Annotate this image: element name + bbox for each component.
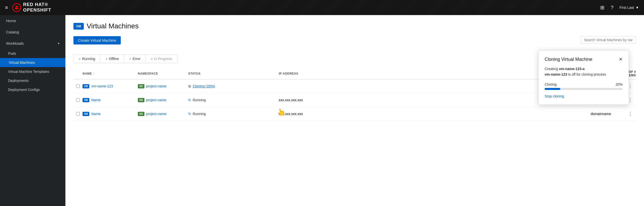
main-content: VM Virtual Machines Create Virtual Machi… (65, 15, 644, 206)
page-title: Virtual Machines (87, 22, 139, 30)
row2-status-icon: ↻ (188, 98, 191, 102)
error-label: Error (133, 57, 140, 61)
progress-bar-fill (545, 88, 560, 90)
offline-label: Offline (109, 57, 119, 61)
hamburger-menu-icon[interactable]: ≡ (5, 5, 8, 11)
inprogress-label: In Progress (154, 57, 172, 61)
offline-hash: # (105, 57, 107, 61)
workloads-chevron-icon: ▾ (58, 42, 59, 45)
tab-error[interactable]: # Error (124, 55, 146, 63)
help-icon[interactable]: ? (611, 5, 613, 11)
row1-status-icon: ⊙ (188, 84, 191, 88)
row3-status-cell: ↻ Running (188, 112, 233, 116)
row3-ns-name[interactable]: project-name (146, 112, 167, 116)
row1-vm-badge: VM (83, 84, 89, 88)
modal-body-prefix: Creating (545, 67, 559, 71)
logo-text: RED HAT® OPENSHIFT (23, 2, 51, 13)
tab-running[interactable]: # Running (74, 55, 100, 63)
user-chevron-icon: ▼ (635, 6, 639, 10)
sidebar: Home Catalog Workloads ▾ Pods Virtual Ma… (0, 15, 65, 206)
search-input[interactable] (581, 36, 636, 44)
modal-body-middle: is off for cloning process (567, 72, 606, 76)
col-namespace: NAMESPACE (138, 72, 188, 75)
col-name[interactable]: NAME ↕ (83, 72, 138, 75)
sidebar-pods-label: Pods (8, 52, 16, 56)
row1-ns-badge: NS (138, 84, 144, 88)
row2-checkbox-cell (73, 98, 83, 102)
row2-ns-name[interactable]: project-name (146, 98, 167, 102)
tab-offline[interactable]: # Offline (100, 55, 124, 63)
row3-status-label: Running (193, 112, 206, 116)
table-row: VM Name NS project-name ↻ Running xxx.xx… (73, 107, 636, 121)
sidebar-item-vm-templates[interactable]: Virtual Machine Templates (0, 67, 65, 76)
row2-name-cell: VM Name (83, 98, 138, 102)
tab-in-progress[interactable]: # In Progress (146, 55, 177, 63)
app-header: ≡ RED HAT® OPENSHIFT ⊞ ? First Last ▼ (0, 0, 644, 15)
row3-checkbox[interactable] (76, 112, 80, 116)
row2-ns-cell: NS project-name (138, 98, 188, 102)
sidebar-item-catalog[interactable]: Catalog (0, 26, 65, 38)
row1-checkbox[interactable] (76, 84, 80, 88)
row2-vm-link[interactable]: Name (91, 98, 101, 102)
user-name: First Last (620, 6, 634, 10)
row2-status-label: Running (193, 98, 206, 102)
sidebar-item-deployment-configs[interactable]: Deployment Configs (0, 85, 65, 94)
sidebar-item-virtual-machines[interactable]: Virtual Machines (0, 58, 65, 67)
name-sort-icon: ↕ (93, 72, 95, 75)
logo: RED HAT® OPENSHIFT (12, 2, 51, 13)
sidebar-catalog-label: Catalog (6, 30, 19, 34)
row1-name-cell: VM vm-name-123 (83, 84, 138, 88)
modal-source-vm-name: vm-name-123 (545, 72, 567, 76)
row3-vm-badge: VM (83, 112, 89, 116)
modal-close-button[interactable]: ✕ (619, 57, 623, 62)
sidebar-item-workloads[interactable]: Workloads ▾ (0, 38, 65, 49)
progress-bar-bg (545, 88, 623, 90)
modal-title: Cloning Virtual Machine (545, 57, 592, 62)
sidebar-vms-label: Virtual Machines (9, 61, 35, 65)
apps-grid-icon[interactable]: ⊞ (600, 5, 605, 11)
row3-kebab-button[interactable]: ⋮ (626, 110, 634, 118)
sidebar-home-label: Home (6, 19, 16, 23)
row3-name-cell: VM Name (83, 112, 138, 116)
modal-header: Cloning Virtual Machine ✕ (545, 57, 623, 62)
row2-vm-badge: VM (83, 98, 89, 102)
row1-vm-link[interactable]: vm-name-123 (91, 84, 113, 88)
row3-status-icon: ↻ (188, 112, 191, 116)
progress-percent: 20% (616, 82, 623, 86)
error-hash: # (129, 57, 131, 61)
redhat-logo-icon (12, 3, 21, 12)
row2-status-cell: ↻ Running (188, 98, 233, 102)
sidebar-deploymentconfigs-label: Deployment Configs (8, 88, 40, 92)
running-label: Running (82, 57, 95, 61)
modal-new-vm-name: vm-name-123-a (559, 67, 585, 71)
sidebar-workloads-label: Workloads (6, 41, 24, 45)
user-menu[interactable]: First Last ▼ (620, 6, 639, 10)
sidebar-item-deployments[interactable]: Deployments (0, 76, 65, 85)
modal-body: Creating vm-name-123-a vm-name-123 is of… (545, 66, 623, 77)
row1-checkbox-cell (73, 84, 83, 88)
sidebar-deployments-label: Deployments (8, 79, 29, 83)
row1-status-label[interactable]: Cloning (20%) (193, 84, 215, 88)
running-hash: # (79, 57, 80, 61)
row2-checkbox[interactable] (76, 98, 80, 102)
row3-kebab-cell: ⋮ (626, 110, 636, 118)
filter-tabs: # Running # Offline # Error # In Progres… (73, 55, 177, 63)
stop-cloning-link[interactable]: Stop cloning (545, 94, 564, 98)
row1-status-cell: ⊙ Cloning (20%) (188, 84, 233, 88)
row3-ns-cell: NS project-name (138, 112, 188, 116)
page-title-row: VM Virtual Machines (73, 22, 636, 30)
row3-ns-badge: NS (138, 112, 144, 116)
create-vm-button[interactable]: Create Virtual Machine (73, 36, 121, 44)
col-status: STATUS (188, 72, 233, 75)
page-vm-badge: VM (73, 23, 84, 30)
row1-ns-name[interactable]: project-name (146, 84, 167, 88)
row3-fqdn: domainname (591, 112, 626, 116)
sidebar-vmtemplates-label: Virtual Machine Templates (8, 70, 49, 74)
row3-vm-link[interactable]: Name (91, 112, 101, 116)
cloning-modal: Cloning Virtual Machine ✕ Creating vm-na… (538, 50, 629, 105)
inprogress-hash: # (151, 57, 152, 61)
sidebar-item-pods[interactable]: Pods (0, 49, 65, 58)
row3-ip: xxx.xxx.xxx.xxx (279, 112, 591, 116)
sidebar-item-home[interactable]: Home (0, 15, 65, 26)
progress-label-row: Cloning 20% (545, 82, 623, 86)
